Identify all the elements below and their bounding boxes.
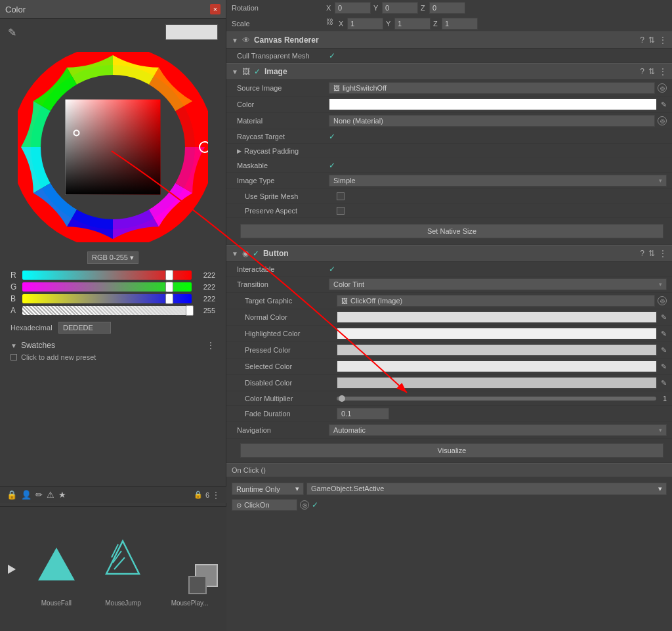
button-help-icon[interactable]: ?	[640, 249, 644, 258]
preset-checkbox[interactable]	[10, 354, 17, 360]
normal-color-field[interactable]	[337, 311, 657, 323]
color-wheel-wrapper[interactable]	[18, 52, 208, 242]
warning-icon[interactable]: ⚠	[47, 490, 54, 500]
button-enabled-check[interactable]: ✓	[253, 249, 259, 258]
scale-z-input[interactable]	[442, 18, 478, 30]
highlighted-color-edit-icon[interactable]: ✎	[661, 330, 667, 338]
bottom-toolbar: 🔒 👤 ✏ ⚠ ★ 🔒 6 ⋮	[0, 486, 226, 503]
r-slider-track[interactable]	[22, 271, 192, 280]
rotation-row: Rotation X Y Z	[226, 0, 672, 16]
scale-y-input[interactable]	[394, 18, 430, 30]
layer-count: 6	[205, 491, 209, 499]
color-multiplier-track[interactable]	[337, 397, 656, 401]
selected-color-edit-icon[interactable]: ✎	[661, 362, 667, 371]
onclick-section: On Click () Runtime Only ▾ GameObject.Se…	[226, 463, 672, 513]
fade-duration-input[interactable]	[337, 408, 389, 420]
cull-transparent-check[interactable]: ✓	[329, 51, 335, 60]
canvas-renderer-section: ▼ 👁 Canvas Renderer ? ⇅ ⋮ Cull Transpare…	[226, 32, 672, 63]
raycast-target-check[interactable]: ✓	[329, 132, 335, 141]
disabled-color-edit-icon[interactable]: ✎	[661, 379, 667, 387]
rgb-mode-select[interactable]: RGB 0-255 ▾	[87, 251, 138, 264]
person-icon[interactable]: 👤	[21, 490, 32, 500]
image-settings-icon[interactable]: ⇅	[648, 67, 655, 76]
onclick-check[interactable]: ✓	[312, 500, 318, 510]
material-target[interactable]: ◎	[658, 116, 667, 125]
clickon-target[interactable]: ◎	[300, 500, 309, 510]
material-ref[interactable]: None (Material)	[329, 115, 655, 127]
game-object-mousefall[interactable]: MouseFall	[26, 531, 87, 607]
a-slider-track[interactable]	[22, 306, 192, 315]
visualize-button[interactable]: Visualize	[240, 443, 663, 458]
close-button[interactable]: ×	[210, 4, 220, 14]
color-multiplier-row: Color Multiplier 1	[226, 391, 672, 406]
highlighted-color-field[interactable]	[337, 328, 657, 339]
navigation-value: Automatic	[333, 426, 366, 434]
menu-icon[interactable]: ⋮	[212, 490, 220, 500]
pressed-color-edit-icon[interactable]: ✎	[661, 346, 667, 355]
g-slider-track[interactable]	[22, 282, 192, 292]
game-object-mouseplay[interactable]: MousePlay...	[159, 531, 220, 607]
image-color-edit-icon[interactable]: ✎	[661, 100, 667, 109]
rotation-x-input[interactable]	[335, 2, 371, 14]
pressed-color-field[interactable]	[337, 344, 657, 356]
runtime-only-dropdown[interactable]: Runtime Only ▾	[232, 483, 304, 495]
image-more-icon[interactable]: ⋮	[659, 67, 667, 76]
normal-color-edit-icon[interactable]: ✎	[661, 313, 667, 322]
rotation-z-input[interactable]	[429, 2, 465, 14]
raycast-padding-label: Raycast Padding	[244, 147, 329, 155]
navigation-dropdown[interactable]: Automatic ▾	[329, 424, 667, 436]
color-square[interactable]	[66, 100, 161, 195]
source-image-target[interactable]: ◎	[658, 83, 667, 93]
preserve-aspect-check[interactable]	[337, 207, 345, 215]
rotation-y-input[interactable]	[382, 2, 418, 14]
star-icon[interactable]: ★	[58, 490, 66, 500]
image-type-dropdown[interactable]: Simple ▾	[329, 175, 667, 186]
scale-x-input[interactable]	[347, 18, 383, 30]
image-header[interactable]: ▼ 🖼 ✓ Image ? ⇅ ⋮	[226, 63, 672, 80]
button-more-icon[interactable]: ⋮	[659, 249, 667, 258]
rotation-z-field: Z	[421, 2, 465, 14]
sliders-section: R 222 G 222 B 222 A 255	[0, 269, 226, 319]
source-image-ref[interactable]: 🖼 lightSwitchOff	[329, 82, 655, 94]
canvas-renderer-eye-icon: 👁	[242, 35, 250, 45]
set-native-size-button[interactable]: Set Native Size	[240, 224, 663, 238]
help-icon[interactable]: ?	[640, 35, 644, 45]
b-slider-track[interactable]	[22, 294, 192, 303]
canvas-renderer-header[interactable]: ▼ 👁 Canvas Renderer ? ⇅ ⋮	[226, 32, 672, 49]
image-color-field[interactable]	[329, 98, 657, 110]
swatches-menu-icon[interactable]: ⋮	[206, 340, 215, 351]
maskable-check[interactable]: ✓	[329, 161, 335, 170]
fade-duration-ctrl	[337, 408, 667, 420]
button-component-icon: ◉	[242, 249, 249, 258]
use-sprite-mesh-check[interactable]	[337, 192, 345, 200]
target-graphic-target[interactable]: ◎	[658, 296, 667, 305]
brush-icon[interactable]: ✏	[35, 490, 43, 500]
onclick-function[interactable]: GameObject.SetActive ▾	[306, 483, 667, 495]
raycast-target-label: Raycast Target	[237, 133, 329, 141]
hex-input[interactable]	[58, 322, 111, 334]
hex-row: Hexadecimal	[0, 319, 226, 336]
color-preview-box[interactable]	[165, 24, 218, 40]
lock-icon[interactable]: 🔒	[7, 490, 17, 500]
target-graphic-ref[interactable]: 🖼 ClickOff (Image)	[337, 295, 655, 307]
transition-dropdown[interactable]: Color Tint ▾	[329, 278, 667, 290]
image-help-icon[interactable]: ?	[640, 67, 644, 76]
more-icon[interactable]: ⋮	[659, 35, 667, 45]
play-button[interactable]	[7, 564, 17, 575]
onclick-obj-ref[interactable]: ⊙ ClickOn	[232, 499, 297, 511]
game-object-mousejump[interactable]: MouseJump	[93, 531, 154, 607]
eyedropper-icon[interactable]: ✎	[8, 26, 16, 39]
interactable-check[interactable]: ✓	[329, 265, 335, 274]
image-component-icon: 🖼	[242, 67, 250, 76]
selected-color-field[interactable]	[337, 360, 657, 372]
disabled-color-field[interactable]	[337, 377, 657, 389]
button-settings-icon[interactable]: ⇅	[648, 249, 655, 258]
settings-icon[interactable]: ⇅	[648, 35, 655, 45]
rotation-xyz: X Y Z	[326, 2, 667, 14]
image-color-label: Color	[237, 100, 329, 108]
image-type-row: Image Type Simple ▾	[226, 173, 672, 189]
button-header[interactable]: ▼ ◉ ✓ Button ? ⇅ ⋮	[226, 245, 672, 262]
image-enabled-check[interactable]: ✓	[254, 67, 261, 76]
swatches-header: ▼ Swatches ⋮	[10, 340, 215, 351]
color-panel: Color × ✎	[0, 0, 226, 631]
